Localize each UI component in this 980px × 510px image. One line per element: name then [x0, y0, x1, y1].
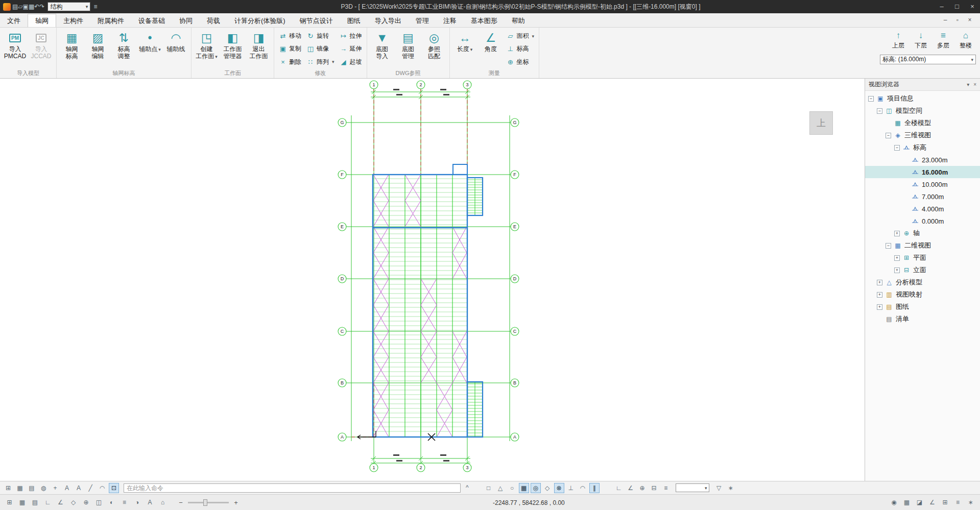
- grid-edit-button[interactable]: ▨轴网编辑: [85, 29, 110, 60]
- lineweight-display-icon[interactable]: ≡: [661, 483, 671, 493]
- tree-item-model-space-expander[interactable]: −: [877, 108, 882, 114]
- grid-display-icon[interactable]: ▦: [15, 483, 25, 493]
- tree-item-model-space[interactable]: −◫模型空间: [865, 105, 980, 117]
- dimension-style-icon[interactable]: A: [74, 483, 84, 493]
- doc-minimize-button[interactable]: –: [939, 15, 951, 26]
- model-grid-icon[interactable]: ⊞: [4, 497, 15, 508]
- upper-floor-button[interactable]: ↑上层: [888, 30, 909, 50]
- otrack-status-icon[interactable]: ⊕: [81, 497, 91, 508]
- quick-settings-icon[interactable]: ∗: [726, 483, 736, 493]
- ortho-mode-icon[interactable]: ∟: [614, 483, 624, 493]
- viewcube-top-button[interactable]: 上: [809, 111, 833, 135]
- ribbon-tab-3[interactable]: 主构件: [56, 15, 90, 27]
- tree-item-schedules[interactable]: ▤清单: [865, 313, 980, 325]
- center-snap-icon[interactable]: ○: [507, 483, 517, 493]
- exit-workplane-button[interactable]: ◨退出工作面: [246, 29, 271, 60]
- undo-icon[interactable]: ↶: [34, 3, 39, 10]
- zoom-slider[interactable]: [188, 502, 229, 503]
- copy-button[interactable]: ▣复制: [277, 43, 303, 55]
- stretch-button[interactable]: ↦拉伸: [338, 30, 364, 42]
- ribbon-tab-12[interactable]: 管理: [409, 15, 436, 27]
- clip-view-icon[interactable]: ◪: [914, 497, 925, 508]
- ribbon-tab-7[interactable]: 荷载: [200, 15, 227, 27]
- tree-item-3d-views-expander[interactable]: −: [886, 133, 891, 138]
- aux-line-button[interactable]: ◠辅助线: [163, 29, 188, 60]
- multi-floor-button[interactable]: ≡多层: [933, 30, 953, 50]
- save-all-icon[interactable]: ▦: [29, 3, 34, 10]
- doc-restore-button[interactable]: ▫: [951, 15, 964, 26]
- tree-item-plans[interactable]: +⊞平面: [865, 252, 980, 264]
- lineweight-icon[interactable]: ≡: [119, 497, 130, 508]
- tree-item-sheets-expander[interactable]: +: [877, 304, 882, 310]
- tree-item-level-10000[interactable]: 10.000m: [865, 178, 980, 190]
- transparency-icon[interactable]: ◑: [132, 497, 142, 508]
- measure-coordinate-button[interactable]: ⊕坐标: [505, 56, 537, 68]
- elevation-select[interactable]: 标高: (16.000m) ▾: [880, 55, 976, 64]
- panel-close-icon[interactable]: ×: [973, 82, 976, 87]
- array-button[interactable]: ∷阵列▾: [304, 56, 337, 68]
- delete-button[interactable]: ×删除: [277, 56, 303, 68]
- perpendicular-snap-icon[interactable]: ⊥: [566, 483, 576, 493]
- open-file-icon[interactable]: ▱: [18, 3, 22, 10]
- list-view-icon[interactable]: ≡: [952, 497, 963, 508]
- tree-item-elevations-expander[interactable]: +: [894, 268, 900, 273]
- measure-length-button[interactable]: ↔长度▾: [452, 29, 477, 60]
- zoom-in-button[interactable]: +: [232, 499, 240, 506]
- tangent-snap-icon[interactable]: ◠: [578, 483, 588, 493]
- level-adjust-button[interactable]: ⇅标高调整: [111, 29, 136, 60]
- midpoint-snap-icon[interactable]: △: [495, 483, 506, 493]
- axes-display-icon[interactable]: +: [50, 483, 60, 493]
- tree-item-level-23000[interactable]: 23.000m: [865, 154, 980, 166]
- new-file-icon[interactable]: ▤: [12, 3, 18, 10]
- annotation-scale-icon[interactable]: A: [145, 497, 155, 508]
- table-view-icon[interactable]: ⊞: [940, 497, 950, 508]
- slope-button[interactable]: ◢起坡: [338, 56, 364, 68]
- command-collapse-icon[interactable]: ^: [465, 483, 469, 492]
- selection-window-icon[interactable]: ⊡: [109, 483, 119, 493]
- measure-angle-button[interactable]: ∠角度: [479, 29, 504, 60]
- text-style-icon[interactable]: A: [62, 483, 72, 493]
- extend-button[interactable]: →延伸: [338, 43, 364, 55]
- tree-item-elevations[interactable]: +⊟立面: [865, 264, 980, 276]
- hardware-graphics-icon[interactable]: ▦: [901, 497, 912, 508]
- ribbon-tab-1[interactable]: 文件: [0, 15, 28, 27]
- polar-status-icon[interactable]: ∠: [55, 497, 66, 508]
- reference-match-button[interactable]: ◎参照匹配: [422, 29, 447, 60]
- shading-icon[interactable]: ◍: [38, 483, 49, 493]
- save-icon[interactable]: ▣: [23, 3, 29, 10]
- measure-elevation-button[interactable]: ⊥标高: [505, 43, 537, 55]
- tree-item-plans-expander[interactable]: +: [894, 255, 900, 261]
- zoom-slider-thumb[interactable]: [203, 499, 207, 506]
- paper-space-icon[interactable]: ▤: [27, 483, 37, 493]
- ribbon-tab-11[interactable]: 导入导出: [368, 15, 409, 27]
- grid-mode-icon[interactable]: ▤: [30, 497, 40, 508]
- tree-item-axes[interactable]: +⊕轴: [865, 227, 980, 239]
- selection-filter-icon[interactable]: ▽: [714, 483, 724, 493]
- drawing-canvas[interactable]: 123123GFEDCBAGFEDCBA 上: [0, 79, 865, 481]
- aux-point-button[interactable]: •辅助点▾: [137, 29, 162, 60]
- tree-item-2d-views[interactable]: −▦二维视图: [865, 239, 980, 252]
- ribbon-tab-5[interactable]: 设备基础: [131, 15, 172, 27]
- tree-item-axes-expander[interactable]: +: [894, 231, 900, 236]
- dynamic-input-icon[interactable]: ⊟: [649, 483, 659, 493]
- doc-close-button[interactable]: ×: [964, 15, 976, 26]
- grid-level-button[interactable]: ▦轴网标高: [59, 29, 84, 60]
- tree-item-levels[interactable]: −标高: [865, 141, 980, 154]
- object-tracking-icon[interactable]: ⊕: [637, 483, 648, 493]
- ribbon-tab-9[interactable]: 钢节点设计: [293, 15, 340, 27]
- ribbon-tab-15[interactable]: 帮助: [505, 15, 532, 27]
- tree-item-view-mapping[interactable]: +▥视图映射: [865, 288, 980, 301]
- import-pmcad-button[interactable]: PM导入PMCAD: [3, 29, 28, 60]
- workspace-icon[interactable]: ⌂: [157, 497, 168, 508]
- ribbon-tab-10[interactable]: 图纸: [340, 15, 368, 27]
- ribbon-tab-8[interactable]: 计算分析(体验版): [227, 15, 293, 27]
- tree-item-level-16000[interactable]: 16.000m: [865, 166, 980, 178]
- tree-item-project-info[interactable]: −▣项目信息: [865, 92, 980, 105]
- quadrant-snap-icon[interactable]: ◇: [542, 483, 553, 493]
- angle-tool-icon[interactable]: ∠: [927, 497, 938, 508]
- ribbon-tab-4[interactable]: 附属构件: [90, 15, 131, 27]
- move-button[interactable]: ⇄移动: [277, 30, 303, 42]
- dyn-input-icon[interactable]: ◐: [106, 497, 117, 508]
- workplane-manager-button[interactable]: ◧工作面管理器: [220, 29, 245, 60]
- tree-item-analysis-model-expander[interactable]: +: [877, 280, 882, 285]
